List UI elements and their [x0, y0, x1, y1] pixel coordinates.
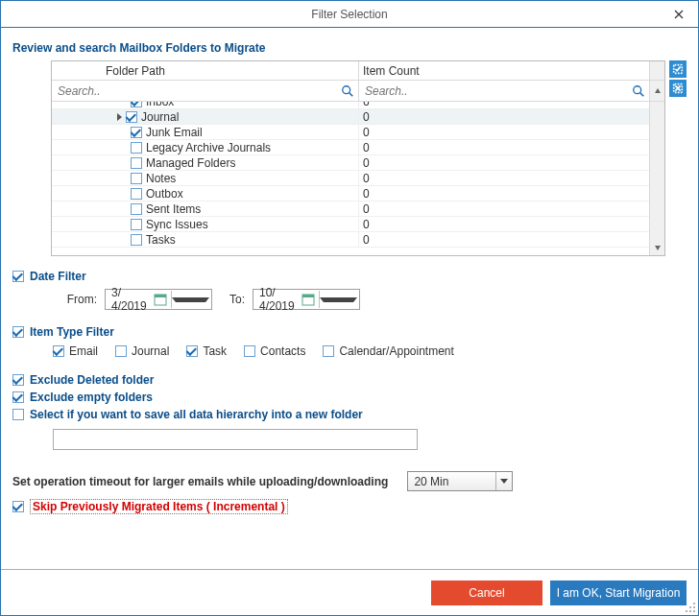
search-path-cell: [52, 81, 359, 101]
column-header-count[interactable]: Item Count: [359, 61, 649, 80]
item-type-option[interactable]: Task: [186, 344, 227, 358]
item-type-option[interactable]: Journal: [115, 344, 169, 358]
grid-header-scroll-spacer: [649, 61, 664, 80]
row-checkbox[interactable]: [131, 142, 142, 154]
timeout-select[interactable]: 20 Min: [407, 471, 513, 491]
item-type-checkbox[interactable]: [115, 345, 127, 357]
grid-body: Inbox6Journal0Junk Email0Legacy Archive …: [52, 102, 664, 255]
row-checkbox[interactable]: [131, 173, 142, 184]
date-filter-checkbox[interactable]: [12, 271, 24, 282]
item-type-checkbox[interactable]: [323, 345, 334, 357]
row-checkbox[interactable]: [126, 111, 137, 123]
date-to-value: 10/ 4/2019: [259, 286, 298, 313]
svg-point-15: [686, 610, 687, 612]
table-row[interactable]: Sent Items0: [52, 201, 649, 217]
close-button[interactable]: [660, 1, 698, 27]
table-row[interactable]: Journal0: [52, 109, 649, 125]
folder-name: Notes: [146, 172, 176, 185]
chevron-down-icon: [654, 244, 662, 251]
item-type-option-label: Journal: [132, 344, 169, 358]
exclude-empty-row: Exclude empty folders: [12, 391, 687, 404]
grid-header: Folder Path Item Count: [52, 61, 664, 81]
exclude-deleted-checkbox[interactable]: [12, 374, 24, 386]
scroll-up-icon[interactable]: [654, 87, 662, 95]
window-title: Filter Selection: [311, 8, 387, 21]
select-all-button[interactable]: [669, 60, 687, 78]
column-header-path[interactable]: Folder Path: [52, 61, 359, 80]
calendar-icon: [301, 293, 315, 306]
item-type-checkbox[interactable]: [53, 345, 64, 357]
item-type-option[interactable]: Calendar/Appointment: [323, 344, 453, 358]
search-path-input[interactable]: [56, 83, 341, 99]
content-area: Review and search Mailbox Folders to Mig…: [1, 28, 698, 569]
folder-path-cell: Tasks: [52, 232, 359, 247]
row-checkbox[interactable]: [131, 203, 142, 215]
row-checkbox[interactable]: [131, 157, 142, 169]
table-row[interactable]: Junk Email0: [52, 125, 649, 140]
footer: Cancel I am OK, Start Migration: [1, 569, 698, 615]
date-to-dropdown[interactable]: [319, 291, 358, 308]
folder-path-cell: Legacy Archive Journals: [52, 140, 359, 154]
exclude-empty-label: Exclude empty folders: [30, 391, 153, 404]
folder-name: Legacy Archive Journals: [146, 141, 271, 154]
table-row[interactable]: Sync Issues0: [52, 217, 649, 232]
folder-name: Sync Issues: [146, 218, 208, 231]
folder-grid: Folder Path Item Count: [51, 60, 665, 256]
table-row[interactable]: Outbox0: [52, 186, 649, 201]
search-icon: [632, 84, 645, 98]
deselect-all-button[interactable]: [669, 80, 687, 97]
folder-path-cell: Inbox: [52, 102, 359, 108]
filter-selection-window: Filter Selection Review and search Mailb…: [0, 0, 699, 616]
timeout-dropdown-button[interactable]: [495, 472, 512, 490]
folder-path-cell: Outbox: [52, 186, 359, 201]
table-row[interactable]: Notes0: [52, 171, 649, 186]
table-row[interactable]: Inbox6: [52, 102, 649, 109]
item-type-label: Item Type Filter: [30, 325, 114, 339]
date-from-dropdown[interactable]: [171, 291, 210, 308]
grid-search-row: [52, 81, 664, 102]
date-range-row: From: 3/ 4/2019 To: 10/ 4/2019: [53, 289, 687, 310]
item-type-checkbox[interactable]: [12, 326, 24, 338]
item-count-cell: 0: [359, 186, 649, 201]
table-row[interactable]: Tasks0: [52, 232, 649, 248]
item-count-cell: 0: [359, 217, 649, 231]
page-title: Review and search Mailbox Folders to Mig…: [12, 41, 687, 55]
skip-previous-row: Skip Previously Migrated Items ( Increme…: [12, 499, 687, 514]
new-folder-input[interactable]: [53, 429, 418, 450]
item-type-checkbox[interactable]: [186, 345, 198, 357]
resize-grip[interactable]: [685, 602, 696, 613]
search-count-input[interactable]: [363, 83, 632, 99]
exclude-empty-checkbox[interactable]: [12, 391, 24, 403]
table-row[interactable]: Legacy Archive Journals0: [52, 140, 649, 155]
row-checkbox[interactable]: [131, 219, 142, 230]
table-row[interactable]: Managed Folders0: [52, 155, 649, 171]
grid-side-buttons: [669, 60, 687, 256]
svg-rect-9: [155, 295, 166, 297]
item-type-checkbox[interactable]: [244, 345, 255, 357]
item-type-option-label: Email: [69, 344, 98, 358]
item-type-option[interactable]: Contacts: [244, 344, 305, 358]
skip-previous-checkbox[interactable]: [12, 501, 24, 512]
row-checkbox[interactable]: [131, 234, 142, 246]
expand-icon[interactable]: [117, 113, 122, 121]
item-type-option[interactable]: Email: [53, 344, 98, 358]
folder-path-cell: Junk Email: [52, 125, 359, 139]
save-hierarchy-checkbox[interactable]: [12, 409, 24, 420]
grid-scrollbar[interactable]: [649, 102, 664, 255]
row-checkbox[interactable]: [131, 102, 142, 107]
cancel-button[interactable]: Cancel: [431, 580, 542, 605]
date-from-value: 3/ 4/2019: [111, 286, 150, 313]
start-migration-button[interactable]: I am OK, Start Migration: [550, 580, 687, 605]
scroll-down-button[interactable]: [650, 240, 664, 255]
item-type-section: Item Type Filter: [12, 325, 687, 339]
date-from-input[interactable]: 3/ 4/2019: [105, 289, 212, 310]
chevron-down-icon: [172, 297, 210, 302]
folder-path-cell: Journal: [52, 109, 359, 124]
item-count-cell: 0: [359, 201, 649, 216]
row-checkbox[interactable]: [131, 127, 142, 138]
row-checkbox[interactable]: [131, 188, 142, 200]
save-hierarchy-label: Select if you want to save all data hier…: [30, 408, 363, 421]
date-to-input[interactable]: 10/ 4/2019: [253, 289, 360, 310]
folder-name: Inbox: [146, 102, 174, 108]
folder-name: Tasks: [146, 233, 176, 247]
